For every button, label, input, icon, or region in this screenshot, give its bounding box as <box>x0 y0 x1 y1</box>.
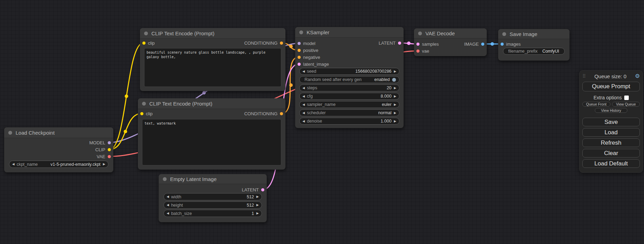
images-input-port[interactable] <box>501 43 504 46</box>
node-empty-latent-image[interactable]: Empty Latent Image LATENT ◀ width 512 ▶ … <box>159 174 267 222</box>
arrow-left-icon[interactable]: ◀ <box>302 87 305 90</box>
widget-label: batch_size <box>171 211 192 216</box>
latent-image-input-port[interactable] <box>298 63 301 66</box>
steps-number-widget[interactable]: ◀ steps 20 ▶ <box>299 84 399 91</box>
arrow-right-icon[interactable]: ▶ <box>256 204 259 207</box>
negative-input-port[interactable] <box>298 56 301 59</box>
widget-value: euler <box>382 102 394 107</box>
clip-input-port[interactable] <box>140 112 143 115</box>
arrow-left-icon[interactable]: ◀ <box>302 111 305 115</box>
drag-handle-icon[interactable]: ⠿ <box>582 74 586 79</box>
view-history-button[interactable]: View History <box>595 108 627 113</box>
node-title-bar[interactable]: CLIP Text Encode (Prompt) <box>140 28 285 39</box>
model-output-port[interactable] <box>108 141 111 144</box>
node-ksampler[interactable]: KSampler LATENT model positive negative <box>295 27 404 128</box>
node-title-bar[interactable]: KSampler <box>295 27 404 38</box>
toggle-knob-icon[interactable] <box>392 78 396 82</box>
widget-value: enabled <box>374 77 392 82</box>
node-title: VAE Decode <box>425 30 455 36</box>
arrow-right-icon[interactable]: ▶ <box>394 111 396 115</box>
output-label: LATENT <box>379 40 396 46</box>
latent-output-port[interactable] <box>398 42 401 45</box>
arrow-right-icon[interactable]: ▶ <box>394 95 396 98</box>
arrow-left-icon[interactable]: ◀ <box>167 212 169 215</box>
save-button[interactable]: Save <box>582 118 640 126</box>
node-title-bar[interactable]: Load Checkpoint <box>4 127 113 138</box>
width-number-widget[interactable]: ◀ width 512 ▶ <box>164 193 262 200</box>
widget-value: 156680208700286 <box>355 69 394 74</box>
image-output-port[interactable] <box>481 43 484 46</box>
arrow-left-icon[interactable]: ◀ <box>12 163 15 166</box>
input-row-model: model <box>295 40 364 47</box>
height-number-widget[interactable]: ◀ height 512 ▶ <box>164 201 262 209</box>
arrow-right-icon[interactable]: ▶ <box>394 87 396 90</box>
extra-options-checkbox[interactable] <box>624 96 629 100</box>
denoise-number-widget[interactable]: ◀ denoise 1.000 ▶ <box>299 118 399 125</box>
arrow-left-icon[interactable]: ◀ <box>167 204 169 207</box>
widget-value: 1 <box>252 211 256 216</box>
node-title: CLIP Text Encode (Prompt) <box>149 101 212 107</box>
node-title-bar[interactable]: VAE Decode <box>414 28 487 38</box>
clip-input-port[interactable] <box>142 42 145 45</box>
scheduler-combo-widget[interactable]: ◀ scheduler normal ▶ <box>299 109 399 116</box>
arrow-left-icon[interactable]: ◀ <box>302 120 305 123</box>
arrow-left-icon[interactable]: ◀ <box>302 95 305 98</box>
node-vae-decode[interactable]: VAE Decode samples IMAGE vae <box>414 28 487 56</box>
negative-prompt-textarea[interactable]: text, watermark <box>142 119 281 165</box>
vae-input-port[interactable] <box>416 49 420 53</box>
arrow-right-icon[interactable]: ▶ <box>256 195 259 198</box>
node-clip-text-encode-positive[interactable]: CLIP Text Encode (Prompt) clip CONDITION… <box>140 28 285 91</box>
view-queue-button[interactable]: View Queue <box>612 102 640 107</box>
output-row-latent: LATENT <box>159 186 267 193</box>
node-title-bar[interactable]: Empty Latent Image <box>159 174 267 184</box>
extra-options-row: Extra options <box>580 95 643 100</box>
arrow-left-icon[interactable]: ◀ <box>302 103 305 106</box>
batch-size-number-widget[interactable]: ◀ batch_size 1 ▶ <box>164 210 262 217</box>
link-midpoint-dot <box>407 42 411 45</box>
cfg-number-widget[interactable]: ◀ cfg 8.000 ▶ <box>299 93 399 100</box>
vae-output-port[interactable] <box>108 155 111 158</box>
input-row-vae: vae <box>414 47 487 54</box>
model-input-port[interactable] <box>298 42 301 45</box>
node-graph-canvas[interactable]: Load Checkpoint MODEL CLIP VAE ◀ ckpt_na… <box>0 0 644 244</box>
clip-output-port[interactable] <box>108 148 111 151</box>
arrow-right-icon[interactable]: ▶ <box>256 212 259 215</box>
ckpt-name-combo-widget[interactable]: ◀ ckpt_name v1-5-pruned-emaonly.ckpt ▶ <box>9 161 108 168</box>
widget-label: sampler_name <box>307 102 336 107</box>
input-label: positive <box>303 48 318 53</box>
queue-front-button[interactable]: Queue Front <box>582 102 610 107</box>
settings-gear-icon[interactable]: ⚙ <box>635 73 640 79</box>
load-default-button[interactable]: Load Default <box>582 159 640 168</box>
widget-value: v1-5-pruned-emaonly.ckpt <box>51 162 103 167</box>
refresh-button[interactable]: Refresh <box>582 138 640 147</box>
node-save-image[interactable]: Save Image images filename_prefix ComfyU… <box>498 29 570 61</box>
arrow-right-icon[interactable]: ▶ <box>394 70 396 73</box>
random-seed-toggle-widget[interactable]: Random seed after every gen enabled <box>299 76 399 83</box>
node-title-bar[interactable]: CLIP Text Encode (Prompt) <box>138 98 285 109</box>
arrow-right-icon[interactable]: ▶ <box>103 163 105 166</box>
arrow-right-icon[interactable]: ▶ <box>394 120 396 123</box>
positive-input-port[interactable] <box>298 49 301 52</box>
io-row: clip CONDITIONING <box>138 110 285 117</box>
filename-prefix-text-widget[interactable]: filename_prefix ComfyUI <box>503 48 565 55</box>
arrow-left-icon[interactable]: ◀ <box>167 195 169 198</box>
conditioning-output-port[interactable] <box>280 42 283 45</box>
node-clip-text-encode-negative[interactable]: CLIP Text Encode (Prompt) clip CONDITION… <box>138 98 285 170</box>
positive-prompt-textarea[interactable]: beautiful scenery nature glass bottle la… <box>144 48 281 87</box>
queue-prompt-button[interactable]: Queue Prompt <box>582 82 640 91</box>
widget-label: denoise <box>307 119 322 124</box>
output-label: CONDITIONING <box>244 111 277 116</box>
sampler-name-combo-widget[interactable]: ◀ sampler_name euler ▶ <box>299 101 399 108</box>
node-title-bar[interactable]: Save Image <box>498 29 570 39</box>
arrow-right-icon[interactable]: ▶ <box>394 103 396 106</box>
latent-output-port[interactable] <box>261 188 264 191</box>
node-load-checkpoint[interactable]: Load Checkpoint MODEL CLIP VAE ◀ ckpt_na… <box>4 127 113 172</box>
link-midpoint-dot <box>202 91 206 94</box>
seed-number-widget[interactable]: ◀ seed 156680208700286 ▶ <box>299 68 399 75</box>
load-button[interactable]: Load <box>582 128 640 137</box>
arrow-left-icon[interactable]: ◀ <box>302 70 305 73</box>
samples-input-port[interactable] <box>416 43 420 46</box>
widget-label: steps <box>307 85 317 90</box>
clear-button[interactable]: Clear <box>582 149 640 157</box>
conditioning-output-port[interactable] <box>280 112 283 115</box>
